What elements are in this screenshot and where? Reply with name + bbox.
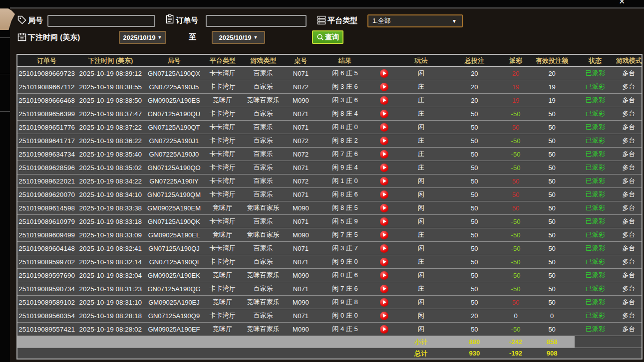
cell-game_type: 百家乐	[242, 148, 285, 161]
cell-result: 闲 0 庄 6	[317, 269, 373, 282]
cell-status: 已派彩	[575, 134, 616, 148]
cell-play[interactable]	[373, 296, 395, 309]
divider	[0, 74, 10, 74]
cell-table_no: M090	[285, 228, 317, 242]
cell-order_no: 251019089610979	[17, 215, 76, 228]
play-video-icon[interactable]	[380, 96, 388, 105]
play-video-icon[interactable]	[380, 190, 388, 199]
column-header: 派彩	[502, 54, 529, 67]
cell-play[interactable]	[373, 215, 395, 228]
cell-order_no: 251019089614598	[17, 201, 76, 215]
cell-table_no: N071	[285, 121, 317, 134]
cell-game_type: 竞咪百家乐	[242, 228, 285, 242]
cell-game_type: 百家乐	[242, 175, 285, 188]
cell-bet_time: 2025-10-19 08:31:23	[76, 282, 145, 296]
play-video-icon[interactable]	[380, 123, 388, 132]
cell-bet_time: 2025-10-19 08:38:55	[76, 80, 145, 94]
play-video-icon[interactable]	[380, 244, 388, 253]
cell-play[interactable]	[373, 269, 395, 282]
cell-payout: 0	[502, 309, 529, 323]
play-video-icon[interactable]	[380, 204, 388, 212]
cell-play[interactable]	[373, 94, 395, 107]
cell-play[interactable]	[373, 255, 395, 269]
cell-result: 闲 7 庄 6	[317, 282, 373, 296]
play-video-icon[interactable]	[380, 83, 388, 91]
order-no-input[interactable]	[206, 15, 307, 27]
cell-table_no: M090	[285, 323, 317, 336]
play-video-icon[interactable]	[380, 150, 388, 159]
cell-bet_time: 2025-10-19 08:34:22	[76, 175, 145, 188]
cell-total_bet: 50	[447, 215, 502, 228]
cell-mode: 多台	[616, 201, 642, 215]
cell-play_type: 闲	[395, 67, 447, 80]
round-no-input[interactable]	[47, 15, 155, 27]
cell-status: 已派彩	[575, 228, 616, 242]
play-video-icon[interactable]	[380, 312, 388, 320]
play-video-icon[interactable]	[380, 285, 388, 293]
cell-play[interactable]	[373, 282, 395, 296]
cell-total_bet: 20	[447, 80, 502, 94]
play-video-icon[interactable]	[380, 258, 388, 266]
play-video-icon[interactable]	[380, 110, 388, 118]
cell-play[interactable]	[373, 188, 395, 201]
cell-round_no: GN07125A190QK	[145, 215, 203, 228]
cell-platform: 竞咪厅	[203, 323, 242, 336]
play-video-icon[interactable]	[380, 325, 388, 334]
table-row: 2510190896671122025-10-19 08:38:55GN0722…	[17, 80, 642, 94]
cell-payout: -50	[502, 282, 529, 296]
cell-play[interactable]	[373, 80, 395, 94]
table-row: 2510190896220212025-10-19 08:34:22GN0722…	[17, 175, 642, 188]
cell-play_type: 闲	[395, 323, 447, 336]
cell-play[interactable]	[373, 67, 395, 80]
play-video-icon[interactable]	[380, 298, 388, 307]
platform-type-select[interactable]: 1.全部 ▼	[367, 14, 463, 27]
cell-play[interactable]	[373, 121, 395, 134]
cell-play[interactable]	[373, 242, 395, 255]
cell-payout: 50	[502, 188, 529, 201]
play-video-icon[interactable]	[380, 164, 388, 172]
cell-bet_time: 2025-10-19 08:33:18	[76, 215, 145, 228]
play-video-icon[interactable]	[380, 231, 388, 239]
cell-play[interactable]	[373, 201, 395, 215]
play-video-icon[interactable]	[380, 271, 388, 280]
cell-game_type: 百家乐	[242, 134, 285, 148]
subtotal-label: 小计	[395, 336, 447, 348]
cell-play[interactable]	[373, 175, 395, 188]
query-button[interactable]: 查询	[312, 30, 343, 44]
play-video-icon[interactable]	[380, 69, 388, 78]
cell-total_bet: 50	[447, 107, 502, 121]
play-video-icon[interactable]	[380, 177, 388, 185]
cell-status: 已派彩	[575, 269, 616, 282]
cell-result: 闲 0 庄 0	[317, 309, 373, 323]
cell-platform: 卡卡湾厅	[203, 309, 242, 323]
cell-order_no: 251019089620070	[17, 188, 76, 201]
play-video-icon[interactable]	[380, 137, 388, 145]
cell-total_bet: 50	[447, 282, 502, 296]
cell-platform: 卡卡湾厅	[203, 175, 242, 188]
cell-play[interactable]	[373, 309, 395, 323]
cell-play[interactable]	[373, 228, 395, 242]
cell-total_bet: 20	[447, 67, 502, 80]
cell-play[interactable]	[373, 148, 395, 161]
cell-play[interactable]	[373, 323, 395, 336]
column-header: 结果	[317, 54, 373, 67]
cell-play[interactable]	[373, 107, 395, 121]
column-header: 有效投注额	[530, 54, 575, 67]
cell-bet_time: 2025-10-19 08:36:22	[76, 134, 145, 148]
cell-play[interactable]	[373, 134, 395, 148]
cell-order_no: 251019089669723	[17, 67, 76, 80]
cell-bet_time: 2025-10-19 08:28:02	[76, 323, 145, 336]
cell-table_no: N072	[285, 80, 317, 94]
cell-play_type: 庄	[395, 255, 447, 269]
play-video-icon[interactable]	[380, 217, 388, 226]
cell-play[interactable]	[373, 161, 395, 175]
cell-round_no: GN07125A190QT	[145, 121, 203, 134]
cell-order_no: 251019089666468	[17, 94, 76, 107]
cell-total_bet: 50	[447, 228, 502, 242]
date-from-select[interactable]: 2025/10/19 ▼	[119, 31, 166, 44]
close-icon[interactable]: ✕	[619, 0, 625, 6]
cell-round_no: GN07125A190Q9	[145, 309, 203, 323]
cell-platform: 卡卡湾厅	[203, 121, 242, 134]
cell-game_type: 百家乐	[242, 161, 285, 175]
date-to-select[interactable]: 2025/10/19 ▼	[212, 31, 265, 44]
